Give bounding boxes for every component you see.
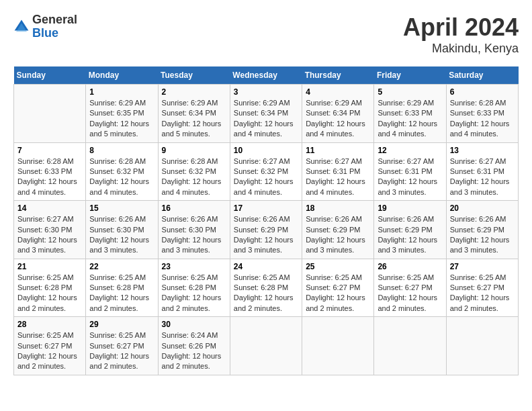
calendar-cell: 23Sunrise: 6:25 AM Sunset: 6:28 PM Dayli… (158, 259, 230, 317)
day-number: 14 (17, 203, 82, 213)
header-cell-tuesday: Tuesday (158, 66, 230, 85)
day-info: Sunrise: 6:25 AM Sunset: 6:27 PM Dayligh… (450, 273, 515, 314)
day-info: Sunrise: 6:27 AM Sunset: 6:30 PM Dayligh… (17, 214, 82, 256)
day-number: 22 (89, 262, 154, 271)
calendar-cell (230, 317, 302, 375)
calendar-cell: 3Sunrise: 6:29 AM Sunset: 6:34 PM Daylig… (230, 85, 302, 143)
calendar-cell (374, 317, 446, 375)
day-info: Sunrise: 6:27 AM Sunset: 6:31 PM Dayligh… (306, 156, 370, 198)
calendar-cell: 4Sunrise: 6:29 AM Sunset: 6:34 PM Daylig… (302, 85, 374, 143)
calendar-cell: 29Sunrise: 6:25 AM Sunset: 6:27 PM Dayli… (86, 317, 158, 375)
day-number: 4 (306, 87, 370, 97)
header-cell-sunday: Sunday (14, 66, 86, 85)
day-info: Sunrise: 6:27 AM Sunset: 6:32 PM Dayligh… (234, 156, 298, 198)
day-info: Sunrise: 6:29 AM Sunset: 6:34 PM Dayligh… (234, 98, 298, 140)
day-info: Sunrise: 6:26 AM Sunset: 6:30 PM Dayligh… (162, 214, 226, 256)
day-number: 29 (89, 320, 154, 329)
day-number: 28 (17, 320, 82, 329)
logo: General Blue (13, 13, 77, 40)
day-info: Sunrise: 6:25 AM Sunset: 6:27 PM Dayligh… (89, 330, 154, 372)
calendar-table: SundayMondayTuesdayWednesdayThursdayFrid… (13, 66, 519, 375)
day-info: Sunrise: 6:28 AM Sunset: 6:32 PM Dayligh… (162, 156, 226, 198)
day-info: Sunrise: 6:25 AM Sunset: 6:27 PM Dayligh… (17, 330, 82, 372)
header-row: SundayMondayTuesdayWednesdayThursdayFrid… (14, 66, 519, 85)
logo-blue: Blue (32, 27, 77, 40)
day-number: 21 (17, 262, 82, 271)
header-cell-friday: Friday (374, 66, 446, 85)
day-info: Sunrise: 6:28 AM Sunset: 6:32 PM Dayligh… (89, 156, 154, 198)
day-number: 27 (450, 262, 515, 271)
calendar-cell: 9Sunrise: 6:28 AM Sunset: 6:32 PM Daylig… (158, 142, 230, 201)
calendar-cell (446, 317, 518, 375)
page-subtitle: Makindu, Kenya (403, 42, 519, 56)
day-number: 15 (89, 203, 154, 213)
calendar-cell: 15Sunrise: 6:26 AM Sunset: 6:30 PM Dayli… (86, 201, 158, 259)
calendar-cell: 13Sunrise: 6:27 AM Sunset: 6:31 PM Dayli… (446, 142, 518, 201)
day-number: 2 (162, 87, 226, 97)
calendar-cell: 21Sunrise: 6:25 AM Sunset: 6:28 PM Dayli… (14, 259, 86, 317)
calendar-cell: 6Sunrise: 6:28 AM Sunset: 6:33 PM Daylig… (446, 85, 518, 143)
calendar-cell: 17Sunrise: 6:26 AM Sunset: 6:29 PM Dayli… (230, 201, 302, 259)
header-cell-monday: Monday (86, 66, 158, 85)
day-info: Sunrise: 6:25 AM Sunset: 6:27 PM Dayligh… (306, 273, 370, 314)
calendar-cell (14, 85, 86, 143)
calendar-cell: 10Sunrise: 6:27 AM Sunset: 6:32 PM Dayli… (230, 142, 302, 201)
day-info: Sunrise: 6:29 AM Sunset: 6:35 PM Dayligh… (89, 98, 154, 140)
day-number: 25 (306, 262, 370, 271)
calendar-cell (302, 317, 374, 375)
day-info: Sunrise: 6:27 AM Sunset: 6:31 PM Dayligh… (378, 156, 442, 198)
calendar-cell: 14Sunrise: 6:27 AM Sunset: 6:30 PM Dayli… (14, 201, 86, 259)
day-info: Sunrise: 6:25 AM Sunset: 6:28 PM Dayligh… (162, 273, 226, 314)
day-number: 8 (89, 146, 154, 155)
calendar-cell: 2Sunrise: 6:29 AM Sunset: 6:34 PM Daylig… (158, 85, 230, 143)
calendar-row: 1Sunrise: 6:29 AM Sunset: 6:35 PM Daylig… (14, 85, 519, 143)
day-number: 16 (162, 203, 226, 213)
day-info: Sunrise: 6:28 AM Sunset: 6:33 PM Dayligh… (450, 98, 515, 140)
header-cell-wednesday: Wednesday (230, 66, 302, 85)
calendar-cell: 24Sunrise: 6:25 AM Sunset: 6:28 PM Dayli… (230, 259, 302, 317)
logo-general: General (32, 13, 77, 27)
day-info: Sunrise: 6:29 AM Sunset: 6:34 PM Dayligh… (306, 98, 370, 140)
calendar-cell: 25Sunrise: 6:25 AM Sunset: 6:27 PM Dayli… (302, 259, 374, 317)
calendar-cell: 30Sunrise: 6:24 AM Sunset: 6:26 PM Dayli… (158, 317, 230, 375)
day-info: Sunrise: 6:24 AM Sunset: 6:26 PM Dayligh… (162, 330, 226, 372)
calendar-cell: 7Sunrise: 6:28 AM Sunset: 6:33 PM Daylig… (14, 142, 86, 201)
day-number: 7 (17, 146, 82, 155)
day-info: Sunrise: 6:25 AM Sunset: 6:28 PM Dayligh… (17, 273, 82, 314)
day-number: 18 (306, 203, 370, 213)
day-number: 9 (162, 146, 226, 155)
calendar-cell: 16Sunrise: 6:26 AM Sunset: 6:30 PM Dayli… (158, 201, 230, 259)
logo-icon (13, 19, 30, 35)
title-block: April 2024 Makindu, Kenya (403, 13, 519, 56)
day-number: 5 (378, 87, 442, 97)
calendar-cell: 26Sunrise: 6:25 AM Sunset: 6:27 PM Dayli… (374, 259, 446, 317)
day-info: Sunrise: 6:29 AM Sunset: 6:34 PM Dayligh… (162, 98, 226, 140)
day-number: 11 (306, 146, 370, 155)
day-number: 12 (378, 146, 442, 155)
header-cell-saturday: Saturday (446, 66, 518, 85)
calendar-row: 21Sunrise: 6:25 AM Sunset: 6:28 PM Dayli… (14, 259, 519, 317)
page-title: April 2024 (403, 13, 519, 42)
calendar-body: 1Sunrise: 6:29 AM Sunset: 6:35 PM Daylig… (14, 85, 519, 375)
day-number: 26 (378, 262, 442, 271)
header-cell-thursday: Thursday (302, 66, 374, 85)
calendar-cell: 28Sunrise: 6:25 AM Sunset: 6:27 PM Dayli… (14, 317, 86, 375)
calendar-cell: 27Sunrise: 6:25 AM Sunset: 6:27 PM Dayli… (446, 259, 518, 317)
day-number: 30 (162, 320, 226, 329)
day-info: Sunrise: 6:29 AM Sunset: 6:33 PM Dayligh… (378, 98, 442, 140)
calendar-row: 28Sunrise: 6:25 AM Sunset: 6:27 PM Dayli… (14, 317, 519, 375)
day-number: 6 (450, 87, 515, 97)
day-info: Sunrise: 6:28 AM Sunset: 6:33 PM Dayligh… (17, 156, 82, 198)
day-number: 13 (450, 146, 515, 155)
calendar-header: SundayMondayTuesdayWednesdayThursdayFrid… (14, 66, 519, 85)
day-info: Sunrise: 6:25 AM Sunset: 6:27 PM Dayligh… (378, 273, 442, 314)
day-number: 3 (234, 87, 298, 97)
day-number: 1 (89, 87, 154, 97)
calendar-cell: 22Sunrise: 6:25 AM Sunset: 6:28 PM Dayli… (86, 259, 158, 317)
calendar-row: 14Sunrise: 6:27 AM Sunset: 6:30 PM Dayli… (14, 201, 519, 259)
day-number: 23 (162, 262, 226, 271)
day-info: Sunrise: 6:25 AM Sunset: 6:28 PM Dayligh… (234, 273, 298, 314)
logo-text: General Blue (32, 13, 77, 40)
calendar-cell: 1Sunrise: 6:29 AM Sunset: 6:35 PM Daylig… (86, 85, 158, 143)
page-header: General Blue April 2024 Makindu, Kenya (13, 13, 519, 56)
